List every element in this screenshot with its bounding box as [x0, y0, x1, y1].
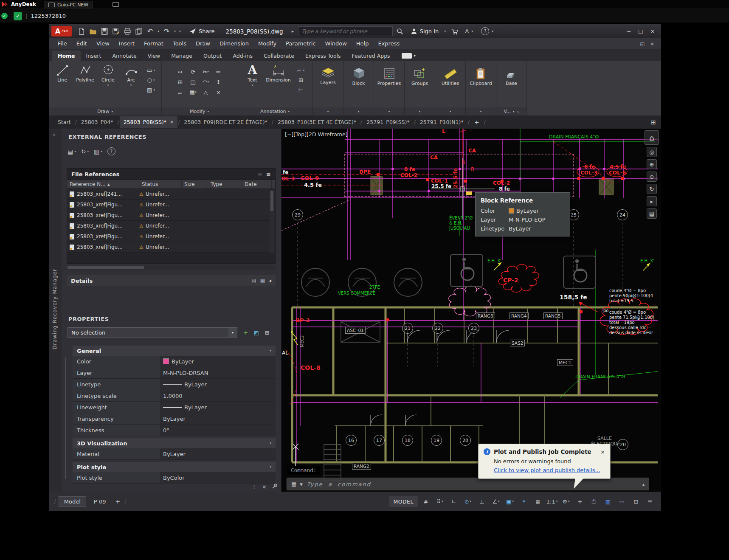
column-header-status[interactable]: Status [139, 180, 182, 189]
annotation-ol-3[interactable]: OL-3 [281, 176, 295, 182]
room-label-rang3[interactable]: RANG3 [476, 312, 495, 319]
groups-panel-footer[interactable]: ▾ [405, 107, 435, 115]
grid-bubble-18[interactable]: 18 [402, 435, 413, 446]
room-label-sas2[interactable]: SAS2 [510, 340, 525, 346]
annotation-total-19-5[interactable]: total =19.5 [609, 299, 633, 304]
screen-monitor-icon[interactable]: ▭ [616, 496, 628, 507]
annotation-col-6[interactable]: COL-6 [609, 170, 626, 176]
ortho-mode-icon[interactable]: ⊥ [476, 496, 488, 507]
drawing-tab-25803-p09-rdc-et-2e-tage[interactable]: 25803_P09(RDC ET 2E ÉTAGE)* [180, 116, 271, 128]
undo-icon[interactable]: ↶ [145, 26, 155, 37]
section-header-3d-visualization[interactable]: 3D Visualization▾ [73, 438, 276, 448]
room-label-mec1[interactable]: MEC1 [557, 359, 573, 366]
annotation-b[interactable]: B [471, 167, 474, 172]
mirror-icon[interactable]: ◫ [189, 78, 197, 86]
menu-file[interactable]: File [53, 38, 72, 49]
annotation-monitor-icon[interactable]: + [574, 496, 586, 507]
command-input[interactable] [306, 481, 639, 488]
copy-icon[interactable]: ⊞ [176, 78, 185, 86]
ribbon-tab-insert[interactable]: Insert [81, 51, 107, 61]
help-button[interactable]: ?▾ [481, 27, 495, 35]
annotation-dessus-dalle-ss-d-sir[interactable]: dessus dalle ss désir [609, 331, 653, 335]
annotation-fe[interactable]: fe [283, 170, 288, 175]
xref-row[interactable]: 25803_xref|Figu...⚠Unrefer... [67, 231, 275, 242]
new-session-icon[interactable] [113, 2, 119, 7]
ribbon-tab-home[interactable]: Home [52, 51, 81, 61]
explode-icon[interactable]: × [214, 88, 223, 96]
annotation-25-5-fe[interactable]: 25.5 fe [453, 168, 459, 188]
annotation-ca[interactable]: CA [468, 148, 476, 154]
snap-mode-icon[interactable]: ⠿▾ [434, 496, 446, 507]
base-button[interactable]: Base [505, 64, 518, 86]
search-flyout-icon[interactable]: ▸ [292, 29, 294, 34]
ribbon-tab-view[interactable]: View [142, 51, 166, 61]
scale-icon[interactable]: △ [202, 88, 210, 96]
room-label-rang4[interactable]: RANG4 [509, 312, 529, 319]
annotation-vers-commerce[interactable]: VERS COMMERCE [338, 291, 375, 296]
annotation-158-5-fe[interactable]: 158,5 fe [560, 294, 587, 301]
leader-icon[interactable]: ⌐▾ [297, 67, 304, 73]
object-snap-icon[interactable]: ▣▾ [504, 496, 516, 507]
menu-dimension[interactable]: Dimension [215, 38, 253, 49]
preview-pane-icon[interactable]: ▤ [251, 278, 256, 284]
annotation-25-5-fe[interactable]: 25.5 fe [431, 184, 451, 189]
annotation-4-5-fe[interactable]: 4.5 fe [304, 182, 322, 188]
details-bar[interactable]: Details ▤▦◂ [67, 275, 276, 286]
room-label-rang5[interactable]: RANG5 [543, 312, 563, 319]
annotation-col-3[interactable]: COL-3 [580, 170, 597, 176]
toggle-pickadd-icon[interactable]: + [242, 327, 250, 338]
annotation-dessous-dalle-rdc[interactable]: dessous dalle rdc = [609, 326, 651, 330]
ribbon-tab-manage[interactable]: Manage [166, 51, 198, 61]
palette-close-icon[interactable]: × [262, 484, 267, 490]
model-tab[interactable]: Model [59, 496, 86, 507]
move-icon[interactable]: ↔ [176, 68, 185, 76]
grid-display-icon[interactable]: # [420, 496, 432, 507]
table-icon[interactable]: ⊞ [298, 77, 303, 83]
utilities-button[interactable]: Utilities [442, 64, 459, 86]
signin-dropdown-icon[interactable]: ▾ [443, 30, 447, 33]
annotation-coude-4-8po[interactable]: coude 4"Ø = 8po [609, 310, 646, 315]
polar-tracking-icon[interactable]: ∠▾ [490, 496, 502, 507]
properties-button[interactable]: Properties [377, 64, 401, 86]
utilities-panel-footer[interactable]: ▾ [435, 107, 465, 115]
menu-draw[interactable]: Draw [191, 38, 215, 49]
minimize-button[interactable]: − [623, 26, 635, 37]
maximize-button[interactable]: □ [635, 26, 647, 37]
annotation-d[interactable]: D [462, 160, 465, 166]
plot-icon[interactable] [122, 26, 132, 37]
grid-bubble-20[interactable]: 20 [617, 439, 628, 450]
line-tool[interactable]: Line [51, 64, 74, 83]
menu-help[interactable]: Help [352, 38, 374, 49]
workspace-indicator[interactable]: ▾ [402, 53, 416, 61]
annotation-coude-4-8po[interactable]: coude 4"Ø = 8po [609, 289, 646, 293]
sheet-set-icon[interactable] [133, 26, 144, 37]
drawing-recovery-strip[interactable]: « Drawing Recovery Manager [49, 129, 62, 492]
search-input[interactable] [298, 26, 393, 36]
open-file-icon[interactable] [87, 26, 98, 37]
annotation-col-2[interactable]: COL-2 [493, 180, 510, 186]
polyline-tool[interactable]: Polyline [74, 64, 97, 83]
ribbon-tab-express-tools[interactable]: Express Tools [300, 51, 346, 61]
text-dropdown-icon[interactable]: ▾ [252, 84, 253, 87]
section-header-plot-style[interactable]: Plot style▾ [73, 462, 276, 472]
annotation-col-9[interactable]: COL-9 [301, 175, 319, 181]
list-view-icon[interactable]: ≣ [258, 171, 262, 177]
text-tool[interactable]: A Text ▾ [241, 64, 265, 87]
collapse-icon[interactable]: ◂ [269, 278, 271, 284]
array-icon[interactable]: ▦▾ [189, 88, 197, 96]
annotation-6-fe[interactable]: 6 fe [584, 164, 595, 170]
ellipse-icon[interactable]: ○▾ [147, 77, 155, 83]
xref-vertical-scrollbar[interactable] [270, 190, 274, 253]
circle-dropdown-icon[interactable]: ▾ [107, 84, 109, 87]
select-objects-icon[interactable]: ◩ [252, 327, 261, 338]
ribbon-tab-add-ins[interactable]: Add-ins [227, 51, 258, 61]
grid-bubble-19[interactable]: 19 [431, 435, 442, 446]
properties-panel-footer[interactable]: ▾ [374, 107, 404, 115]
groups-button[interactable]: Groups [411, 64, 428, 86]
customization-icon[interactable]: ≡ [644, 496, 656, 507]
ribbon-tab-output[interactable]: Output [198, 51, 227, 61]
refresh-icon[interactable]: ↻▾ [81, 148, 89, 155]
autocad-logo[interactable]: A CAD [51, 26, 72, 37]
layout-tab-p09[interactable]: P-09 [89, 497, 111, 507]
annotation-pente-71-5pi-1-100[interactable]: pente 71.5pi@1:100( [609, 315, 654, 320]
